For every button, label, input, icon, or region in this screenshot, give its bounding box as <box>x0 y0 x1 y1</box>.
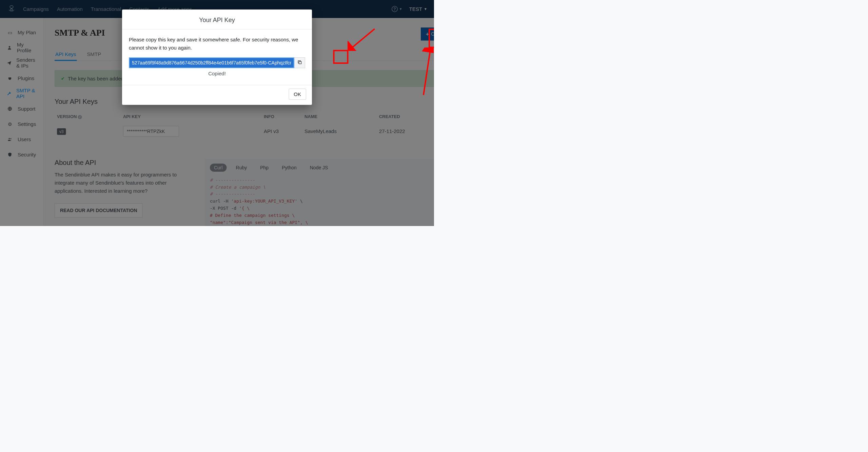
modal-title: Your API Key <box>122 10 312 30</box>
api-key-field[interactable] <box>129 57 294 68</box>
copied-label: Copied! <box>129 71 305 76</box>
api-key-modal: Your API Key Please copy this key and sa… <box>122 10 312 105</box>
copy-button[interactable] <box>294 57 305 68</box>
copy-icon <box>297 60 302 66</box>
ok-button[interactable]: OK <box>289 89 306 100</box>
svg-rect-4 <box>299 61 301 64</box>
modal-text: Please copy this key and save it somewhe… <box>129 36 305 52</box>
